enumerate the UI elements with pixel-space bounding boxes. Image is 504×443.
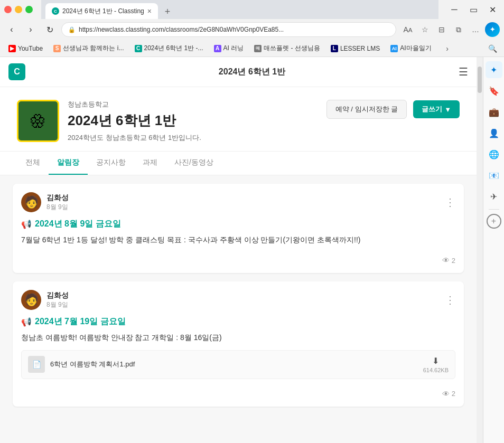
pdf-icon: 📄 (28, 356, 45, 373)
ssl-lock-icon: 🔒 (68, 26, 76, 33)
bookmark-matss[interactable]: 매 매쓰플렛 - 선생님용 (250, 43, 324, 54)
view-number-2: 2 (452, 390, 455, 398)
view-number-1: 2 (452, 257, 455, 265)
scroll-thumb[interactable] (478, 67, 482, 93)
post-meta-2: 김화성 8월 9일 (46, 291, 445, 309)
post-card-2: 🧑 김화성 8월 9일 ⋮ 📢 2024년 7월 19일 금요일 청남초 여름방… (13, 281, 464, 406)
post-body-2: 청남초 여름방학! 여름방학 안내장 참고 개학일 : 8월 16일(금) (21, 332, 455, 343)
maximize-window-button[interactable] (25, 6, 33, 13)
post-author-1: 김화성 (46, 193, 445, 203)
post-card-1: 🧑 김화성 8월 9일 ⋮ 📢 2024년 8월 9일 금요일 7월달 6학년 … (13, 184, 464, 273)
forward-button[interactable]: › (23, 22, 38, 37)
sidebar-outlook-icon[interactable]: 📧 (486, 167, 502, 184)
tab-announcement[interactable]: 공지사항 (88, 152, 134, 175)
classting-header: C 2024년 6학년 1반 ☰ (0, 57, 477, 87)
aimaul-favicon: AI (390, 45, 398, 52)
school-emblem: 🏵 (17, 100, 59, 142)
main-layout: C 2024년 6학년 1반 ☰ 🏵 청남초등학교 2024년 6학년 1반 2… (0, 57, 504, 443)
lesser-favicon: L (331, 45, 338, 52)
sidebar-person-icon[interactable]: 👤 (486, 125, 502, 142)
view-count-2: 👁 2 (442, 390, 455, 398)
draft-button[interactable]: 예약 / 임시저장한 글 (326, 100, 407, 119)
class-hero: 🏵 청남초등학교 2024년 6학년 1반 2024학년도 청남초등학교 6학년… (0, 87, 477, 152)
tab-all[interactable]: 전체 (17, 152, 49, 175)
classting-page-title: 2024년 6학년 1반 (219, 67, 285, 78)
bookmark-classting2[interactable]: C 2024년 6학년 1반 -... (130, 43, 208, 54)
class-info: 청남초등학교 2024년 6학년 1반 2024학년도 청남초등학교 6학년 1… (68, 100, 326, 143)
school-name: 청남초등학교 (68, 100, 326, 109)
restore-button[interactable]: ▭ (466, 2, 481, 17)
title-bar: C 2024년 6학년 1반 - Classting × + ─ ▭ ✕ (0, 0, 504, 19)
ai-favicon: A (214, 45, 221, 52)
bookmark-matss-label: 매쓰플렛 - 선생님용 (264, 44, 320, 53)
active-tab[interactable]: C 2024년 6학년 1반 - Classting × (45, 3, 158, 19)
attachment-filename: 6학년 여름방학 계획서1.pdf (50, 360, 423, 369)
sidebar-globe-icon[interactable]: 🌐 (486, 146, 502, 163)
sidebar-divider (489, 209, 499, 210)
class-description: 2024학년도 청남초등학교 6학년 1반입니다. (68, 133, 326, 143)
tab-favicon: C (52, 7, 59, 15)
more-button[interactable]: … (468, 22, 483, 37)
post-footer-1: 👁 2 (21, 252, 455, 265)
classting-tabs: 전체 알림장 공지사항 과제 사진/동영상 (0, 152, 477, 175)
bookmark-seon[interactable]: S 선생님과 함께하는 i... (49, 43, 128, 54)
sidebar-briefcase-icon[interactable]: 💼 (486, 103, 502, 120)
bookmark-seon-label: 선생님과 함께하는 i... (63, 44, 124, 53)
tab-notice[interactable]: 알림장 (49, 152, 88, 175)
url-text: https://newclass.classting.com/classroom… (79, 26, 389, 33)
tab-media[interactable]: 사진/동영상 (166, 152, 222, 175)
post-body-1: 7월달 6학년 1반 1등 달성! 방학 중 클래스팅 목표 : 국수사과 주황… (21, 234, 455, 246)
split-button[interactable]: ⧉ (451, 22, 466, 37)
class-name-heading: 2024년 6학년 1반 (68, 111, 326, 130)
browser-window: C 2024년 6학년 1반 - Classting × + ─ ▭ ✕ ‹ ›… (0, 0, 504, 57)
post-footer-2: 👁 2 (21, 385, 455, 398)
post-more-button-2[interactable]: ⋮ (445, 294, 455, 306)
sidebar-telegram-icon[interactable]: ✈ (486, 188, 502, 205)
bookmark-youtube[interactable]: ▶ YouTube (4, 44, 47, 53)
close-window-button[interactable] (4, 6, 12, 13)
sidebar-copilot-icon[interactable]: ✦ (486, 61, 502, 78)
url-bar[interactable]: 🔒 https://newclass.classting.com/classro… (61, 22, 396, 37)
view-icon-2: 👁 (442, 390, 450, 398)
refresh-button[interactable]: ↻ (42, 22, 57, 37)
sidebar-search-button[interactable]: 🔍 (485, 41, 500, 56)
favorites-button[interactable]: ☆ (417, 22, 432, 37)
bookmark-lesser-label: LESSER LMS (340, 45, 380, 52)
tab-homework[interactable]: 과제 (134, 152, 166, 175)
reader-view-button[interactable]: ⊟ (434, 22, 449, 37)
download-button[interactable]: ⬇ (432, 356, 439, 366)
minimize-button[interactable]: ─ (447, 2, 462, 17)
edge-sidebar: ✦ 🔖 💼 👤 🌐 📧 ✈ + (483, 57, 504, 443)
browser-toolbar: AA ☆ ⊟ ⧉ … ✦ (400, 22, 500, 37)
edge-copilot-icon[interactable]: ✦ (485, 22, 500, 37)
minimize-window-button[interactable] (15, 6, 22, 13)
attachment-1[interactable]: 📄 6학년 여름방학 계획서1.pdf ⬇ 614.62KB (21, 350, 455, 379)
more-bookmarks-button[interactable]: › (440, 41, 455, 56)
page-content: C 2024년 6학년 1반 ☰ 🏵 청남초등학교 2024년 6학년 1반 2… (0, 57, 477, 443)
sidebar-add-button[interactable]: + (487, 214, 501, 229)
translate-button[interactable]: AA (400, 22, 415, 37)
bookmark-lesser[interactable]: L LESSER LMS (326, 44, 384, 53)
post-header-1: 🧑 김화성 8월 9일 ⋮ (21, 192, 455, 212)
classting2-favicon: C (135, 45, 142, 52)
tab-title: 2024년 6학년 1반 - Classting (62, 7, 144, 16)
download-area: ⬇ 614.62KB (423, 356, 449, 373)
post-date-2: 8월 9일 (46, 300, 445, 309)
matss-favicon: 매 (254, 45, 262, 52)
bookmark-aimaul[interactable]: AI AI마을일기 (386, 43, 435, 54)
post-title-1: 📢 2024년 8월 9일 금요일 (21, 219, 455, 230)
tab-close-button[interactable]: × (147, 7, 152, 15)
post-title-2: 📢 2024년 7월 19일 금요일 (21, 316, 455, 327)
post-more-button-1[interactable]: ⋮ (445, 196, 455, 209)
window-controls (4, 6, 33, 13)
back-button[interactable]: ‹ (4, 22, 19, 37)
sidebar-favorites-icon[interactable]: 🔖 (486, 82, 502, 99)
close-button[interactable]: ✕ (485, 2, 500, 17)
bookmark-ai[interactable]: A AI 러닝 (210, 43, 248, 54)
bookmarks-bar: ▶ YouTube S 선생님과 함께하는 i... C 2024년 6학년 1… (0, 40, 504, 57)
new-tab-button[interactable]: + (160, 4, 175, 19)
write-button[interactable]: 글쓰기 ▼ (413, 100, 460, 118)
post-header-2: 🧑 김화성 8월 9일 ⋮ (21, 290, 455, 310)
header-menu-button[interactable]: ☰ (459, 65, 468, 78)
scrollbar[interactable] (477, 57, 483, 443)
